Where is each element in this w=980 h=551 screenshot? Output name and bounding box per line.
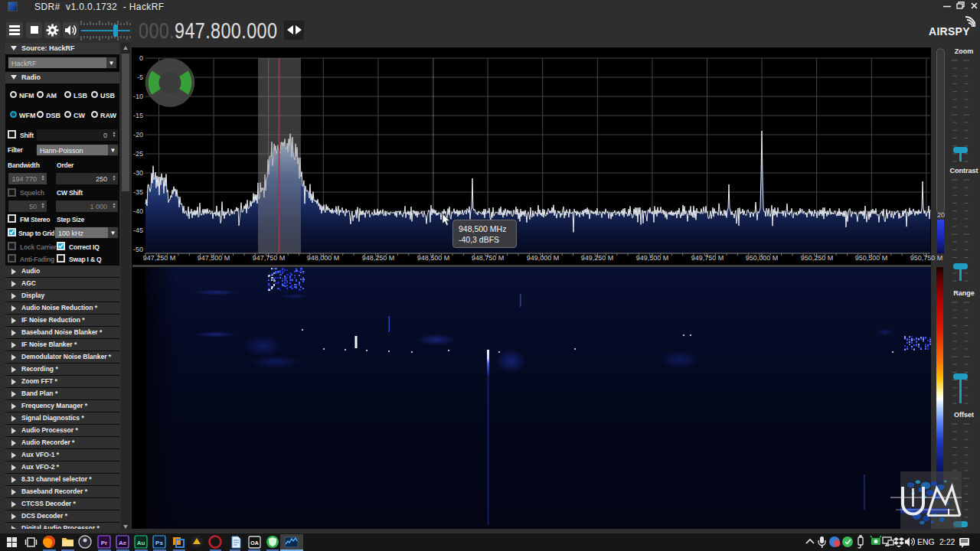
svg-text:949,250 M: 949,250 M: [581, 254, 614, 262]
svg-text:948,500 M: 948,500 M: [417, 254, 450, 262]
svg-text:950,750 M: 950,750 M: [910, 254, 943, 262]
svg-text:Au: Au: [137, 540, 145, 546]
svg-text:ENG: ENG: [917, 537, 935, 546]
svg-text:948,000 M: 948,000 M: [307, 254, 340, 262]
svg-text:-40: -40: [133, 207, 143, 215]
svg-text:948,250 M: 948,250 M: [362, 254, 395, 262]
svg-text:-5: -5: [137, 73, 143, 81]
svg-text:2:22: 2:22: [939, 537, 956, 546]
svg-text:950,250 M: 950,250 M: [801, 254, 834, 262]
svg-text:0: 0: [139, 54, 143, 62]
svg-text:949,500 M: 949,500 M: [636, 254, 669, 262]
svg-text:20: 20: [937, 211, 945, 219]
svg-text:-15: -15: [133, 112, 143, 119]
svg-text:949,000 M: 949,000 M: [527, 254, 560, 262]
svg-text:947,250 M: 947,250 M: [143, 254, 176, 262]
svg-text:OA: OA: [250, 540, 259, 546]
svg-text:-35: -35: [133, 188, 143, 196]
svg-text:-50: -50: [133, 246, 143, 253]
svg-text:-25: -25: [133, 150, 143, 158]
svg-text:AIRSPY: AIRSPY: [929, 25, 970, 38]
svg-text:-30: -30: [133, 169, 143, 177]
svg-text:950,500 M: 950,500 M: [855, 254, 888, 262]
svg-text:947,750 M: 947,750 M: [253, 254, 286, 262]
svg-text:-45: -45: [133, 227, 143, 234]
svg-text:947,500 M: 947,500 M: [198, 254, 230, 262]
svg-text:948,750 M: 948,750 M: [472, 254, 505, 262]
svg-text:950,000 M: 950,000 M: [746, 254, 779, 262]
svg-text:-20: -20: [133, 131, 143, 139]
svg-text:949,750 M: 949,750 M: [691, 254, 724, 262]
svg-text:Ae: Ae: [119, 540, 127, 546]
svg-text:Pr: Pr: [101, 540, 107, 546]
svg-text:Ps: Ps: [155, 540, 163, 546]
svg-text:-10: -10: [133, 93, 143, 100]
